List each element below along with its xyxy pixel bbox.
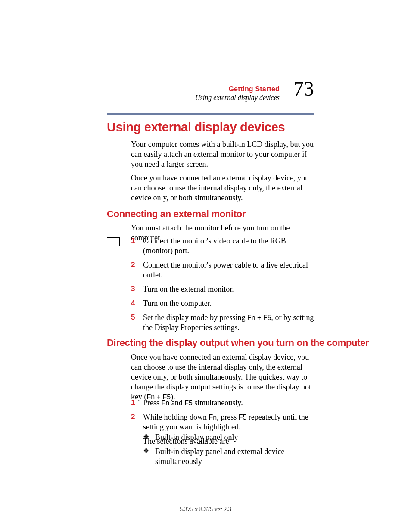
list-item: 3 Turn on the external monitor.: [131, 284, 314, 294]
list-item: 2 Connect the monitor's power cable to a…: [131, 260, 314, 280]
step-text: Set the display mode by pressing Fn + F5…: [143, 313, 314, 333]
section-subtitle: Using external display devices: [195, 94, 280, 102]
page: 73 Getting Started Using external displa…: [0, 0, 411, 532]
key-name: Fn: [162, 399, 170, 407]
list-item: 2 While holding down Fn, press F5 repeat…: [131, 412, 314, 432]
step-number: 3: [131, 284, 143, 294]
key-combo: Fn + F5: [247, 314, 271, 321]
running-header: Getting Started Using external display d…: [195, 85, 280, 102]
list-item: ❖ Built-in display panel only: [143, 432, 315, 442]
directing-lead: Once you have connected an external disp…: [131, 352, 315, 402]
step-text: Press Fn and F5 simultaneously.: [143, 398, 314, 408]
step-text: Connect the monitor's video cable to the…: [143, 236, 314, 256]
step-number: 2: [131, 260, 143, 280]
intro-paragraph-1: Your computer comes with a built-in LCD …: [131, 140, 314, 169]
step-number: 4: [131, 299, 143, 308]
heading-directing: Directing the display output when you tu…: [107, 337, 369, 348]
connecting-steps: 1 Connect the monitor's video cable to t…: [131, 236, 314, 337]
list-item: 1 Connect the monitor's video cable to t…: [131, 236, 314, 256]
step-text: While holding down Fn, press F5 repeated…: [143, 412, 314, 432]
chapter-title: Getting Started: [195, 85, 280, 93]
step-number: 5: [131, 313, 143, 333]
step-number: 2: [131, 412, 143, 432]
selections-list: ❖ Built-in display panel only ❖ Built-in…: [143, 432, 315, 471]
page-footer: 5.375 x 8.375 ver 2.3: [0, 506, 411, 513]
monitor-port-icon: [107, 237, 120, 246]
bullet-icon: ❖: [143, 447, 155, 467]
bullet-icon: ❖: [143, 432, 155, 442]
heading-1: Using external display devices: [107, 120, 285, 134]
header-rule: [107, 113, 314, 115]
key-name: F5: [239, 414, 247, 421]
list-item: 5 Set the display mode by pressing Fn + …: [131, 313, 314, 333]
list-item: 4 Turn on the computer.: [131, 299, 314, 308]
bullet-text: Built-in display panel only: [155, 432, 315, 442]
step-text: Turn on the external monitor.: [143, 284, 314, 294]
list-item: ❖ Built-in display panel and external de…: [143, 447, 315, 467]
heading-connecting: Connecting an external monitor: [107, 208, 246, 220]
key-name: Fn: [209, 414, 217, 421]
step-number: 1: [131, 398, 143, 408]
bullet-text: Built-in display panel and external devi…: [155, 447, 315, 467]
step-text: Connect the monitor's power cable to a l…: [143, 260, 314, 280]
step-number: 1: [131, 236, 143, 256]
page-number: 73: [293, 78, 314, 99]
key-name: F5: [184, 399, 193, 407]
step-text: Turn on the computer.: [143, 299, 314, 308]
intro-paragraph-2: Once you have connected an external disp…: [131, 173, 314, 203]
list-item: 1 Press Fn and F5 simultaneously.: [131, 398, 314, 408]
